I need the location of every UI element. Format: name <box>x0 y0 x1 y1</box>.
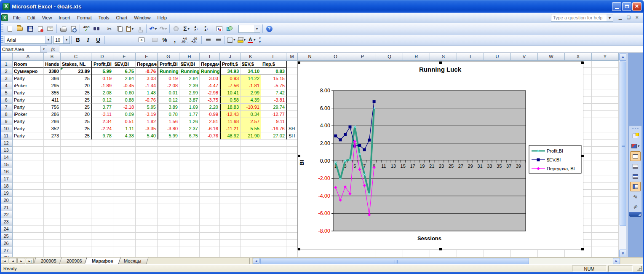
scroll-down-icon[interactable]: ▼ <box>619 250 627 257</box>
tab-split-handle[interactable] <box>249 258 251 264</box>
align-right-button[interactable] <box>127 35 136 45</box>
copy-button[interactable] <box>115 24 124 33</box>
toolbar-drag-handle[interactable] <box>632 127 639 130</box>
cell-I20[interactable] <box>200 197 220 204</box>
increase-decimal-button[interactable]: +.0.00→ <box>180 35 190 45</box>
cell-D27[interactable] <box>91 247 113 254</box>
cell-D14[interactable] <box>91 154 113 161</box>
cell-E7[interactable]: -2.18 <box>113 104 136 111</box>
cell-A21[interactable] <box>13 204 44 211</box>
cell-A19[interactable] <box>13 190 44 197</box>
cell-I23[interactable] <box>200 218 220 226</box>
cell-D23[interactable] <box>91 218 113 226</box>
cell-F5[interactable]: 1.48 <box>136 89 158 97</box>
cell-E5[interactable]: 0.60 <box>113 89 136 97</box>
cell-D2[interactable]: 5.99 <box>91 68 113 75</box>
cell-D28[interactable] <box>91 254 113 257</box>
cell-B15[interactable] <box>44 161 61 168</box>
cell-L21[interactable] <box>261 204 286 211</box>
cell-Y6[interactable] <box>592 97 619 104</box>
chevron-down-icon[interactable]: ▾ <box>63 36 69 43</box>
cell-K11[interactable]: 21.90 <box>240 132 261 140</box>
row-header-3[interactable]: 3 <box>0 75 13 82</box>
cell-E22[interactable] <box>113 211 136 218</box>
cell-L11[interactable]: 27.02 <box>261 132 286 140</box>
cell-S28[interactable] <box>430 254 457 257</box>
cell-C5[interactable]: 25 <box>61 89 91 97</box>
cell-H15[interactable] <box>179 161 200 168</box>
cell-E20[interactable] <box>113 197 136 204</box>
chart-type-button[interactable]: ▾ <box>630 141 641 151</box>
cell-J7[interactable]: 18.83 <box>220 104 240 111</box>
cell-C14[interactable] <box>61 154 91 161</box>
save-button[interactable] <box>25 24 35 33</box>
cell-M22[interactable] <box>286 211 298 218</box>
row-header-6[interactable]: 6 <box>0 97 13 104</box>
menu-item-view[interactable]: View <box>39 13 56 22</box>
cell-E25[interactable] <box>113 233 136 240</box>
cell-B24[interactable] <box>44 226 61 233</box>
cell-G3[interactable]: -0.19 <box>158 75 179 82</box>
column-header-N[interactable]: N <box>298 53 322 61</box>
cell-D4[interactable]: -1.89 <box>91 82 113 89</box>
cell-A11[interactable]: Party <box>13 132 44 140</box>
cell-A3[interactable]: Party <box>13 75 44 82</box>
underline-button[interactable]: U <box>94 35 103 45</box>
cell-J14[interactable] <box>220 154 240 161</box>
cell-H21[interactable] <box>179 204 200 211</box>
sheet-tab-Месяцы[interactable]: Месяцы <box>116 258 148 264</box>
chart-selection-handle[interactable] <box>298 62 300 64</box>
scroll-up-icon[interactable]: ▲ <box>619 53 627 61</box>
cell-H13[interactable] <box>179 147 200 154</box>
permission-button[interactable] <box>35 24 45 33</box>
cell-E8[interactable]: 0.09 <box>113 111 136 118</box>
cell-A13[interactable] <box>13 147 44 154</box>
cell-E26[interactable] <box>113 240 136 247</box>
cell-F8[interactable]: -3.19 <box>136 111 158 118</box>
cell-L2[interactable]: 0.83 <box>261 68 286 75</box>
autosum-button[interactable]: Σ▾ <box>182 24 191 33</box>
name-box[interactable]: Chart Area <box>0 46 41 53</box>
by-column-button[interactable] <box>630 182 641 191</box>
row-header-16[interactable]: 16 <box>0 168 13 175</box>
cell-Y5[interactable] <box>592 89 619 97</box>
cell-E15[interactable] <box>113 161 136 168</box>
cell-I5[interactable]: -2.98 <box>200 89 220 97</box>
cell-F25[interactable] <box>136 233 158 240</box>
cell-K23[interactable] <box>240 218 261 226</box>
cell-P28[interactable] <box>349 254 376 257</box>
cell-G9[interactable]: -1.56 <box>158 118 179 125</box>
data-point-marker[interactable] <box>537 158 540 161</box>
cell-I16[interactable] <box>200 168 220 175</box>
cell-Y18[interactable] <box>592 183 619 190</box>
cell-F13[interactable] <box>136 147 158 154</box>
cell-G7[interactable]: 3.89 <box>158 104 179 111</box>
row-header-7[interactable]: 7 <box>0 104 13 111</box>
cell-H18[interactable] <box>179 183 200 190</box>
cell-C10[interactable]: 25 <box>61 125 91 132</box>
align-left-button[interactable] <box>107 35 116 45</box>
column-header-R[interactable]: R <box>403 53 430 61</box>
cell-B18[interactable] <box>44 183 61 190</box>
cell-B26[interactable] <box>44 240 61 247</box>
cell-F18[interactable] <box>136 183 158 190</box>
cell-B27[interactable] <box>44 247 61 254</box>
fill-color-button[interactable]: ▾ <box>237 35 246 45</box>
cell-A20[interactable] <box>13 197 44 204</box>
next-sheet-button[interactable]: ► <box>17 258 25 264</box>
cell-G17[interactable] <box>158 175 179 183</box>
row-header-10[interactable]: 10 <box>0 125 13 132</box>
cell-A26[interactable] <box>13 240 44 247</box>
cell-I3[interactable]: -3.03 <box>200 75 220 82</box>
redo-button[interactable]: ↷▾ <box>158 24 168 33</box>
cell-C4[interactable]: 20 <box>61 82 91 89</box>
cell-F12[interactable] <box>136 140 158 147</box>
row-header-15[interactable]: 15 <box>0 161 13 168</box>
cell-C2[interactable]: 23.89 <box>61 68 91 75</box>
cell-B8[interactable]: 286 <box>44 111 61 118</box>
cell-H9[interactable]: 1.26 <box>179 118 200 125</box>
cell-E2[interactable]: 6.75 <box>113 68 136 75</box>
cell-C13[interactable] <box>61 147 91 154</box>
resize-grip-icon[interactable] <box>637 266 642 271</box>
menu-item-window[interactable]: Window <box>131 13 154 22</box>
